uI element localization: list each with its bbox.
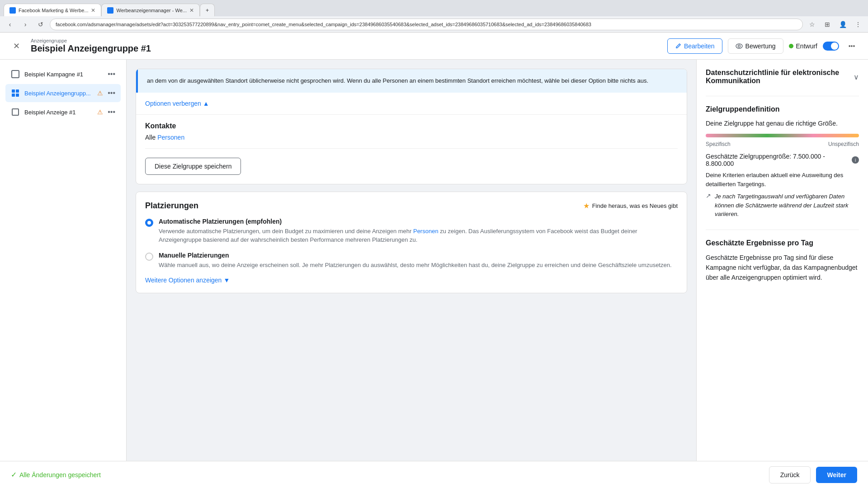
info-text: an dem von dir ausgewählten Standort übl… <box>147 76 678 85</box>
address-bar[interactable]: facebook.com/adsmanager/manage/adsets/ed… <box>50 19 803 30</box>
targeting-note-italic: Je nach Targetingauswahl und verfügbaren… <box>715 192 859 219</box>
campaign-icon <box>11 70 20 79</box>
top-header: ✕ Anzeigengruppe Beispiel Anzeigengruppe… <box>0 33 868 60</box>
platzierungen-title: Platzierungen <box>145 201 583 211</box>
audience-size-info: Geschätzte Zielgruppengröße: 7.500.000 -… <box>706 153 859 167</box>
scale-label-unspecific: Unspezifisch <box>828 141 859 147</box>
personen-link-2[interactable]: Personen <box>413 228 439 235</box>
sidebar-item-ad-label: Beispiel Anzeige #1 <box>24 109 93 116</box>
zielgruppe-section: Zielgruppendefinition Deine Zielgruppe h… <box>706 105 859 219</box>
discover-link-text: Finde heraus, was es Neues gibt <box>592 202 678 209</box>
tab-title-2: Werbeanzeigenmanager - We... <box>116 8 187 13</box>
kontakte-text: Alle Personen <box>145 134 678 141</box>
profile-button[interactable]: 👤 <box>836 18 849 31</box>
discover-link[interactable]: ★ Finde heraus, was es Neues gibt <box>583 202 678 210</box>
sidebar-ad-more[interactable]: ••• <box>108 108 115 116</box>
audience-size-text: Geschätzte Zielgruppengröße: 7.500.000 -… <box>706 153 850 167</box>
scale-labels: Spezifisch Unspezifisch <box>706 141 859 147</box>
chevron-down-icon: ▼ <box>223 277 230 284</box>
divider-right-2 <box>706 230 859 230</box>
eye-icon <box>736 43 743 49</box>
toggle-switch[interactable] <box>823 42 839 51</box>
manual-placement-content: Manuelle Platzierungen Wähle manuell aus… <box>159 252 672 270</box>
main-content: Beispiel Kampagne #1 ••• Beispiel Anzeig… <box>0 60 868 461</box>
svg-point-0 <box>736 44 742 48</box>
sidebar-item-campaign[interactable]: Beispiel Kampagne #1 ••• <box>5 65 121 83</box>
bottom-bar: ✓ Alle Änderungen gespeichert Zurück Wei… <box>0 461 868 488</box>
checkmark-icon: ✓ <box>11 470 17 479</box>
kontakte-title: Kontakte <box>145 122 678 130</box>
saved-indicator: ✓ Alle Änderungen gespeichert <box>11 470 101 479</box>
status-entwurf: Entwurf <box>789 42 817 50</box>
active-tab[interactable]: Facebook Marketing & Werbe... ✕ <box>4 4 101 16</box>
options-toggle-link[interactable]: Optionen verbergen ▲ <box>145 100 678 107</box>
manual-placement-desc: Wähle manuell aus, wo deine Anzeige ersc… <box>159 261 672 270</box>
audience-scale-bar <box>706 134 859 137</box>
zielgruppe-title: Zielgruppendefinition <box>706 105 780 113</box>
ad-icon <box>11 108 20 117</box>
save-audience-button[interactable]: Diese Zielgruppe speichern <box>145 158 241 175</box>
reload-button[interactable]: ↺ <box>34 18 47 31</box>
auto-placement-option[interactable]: Automatische Platzierungen (empfohlen) V… <box>145 218 678 244</box>
tab-title-1: Facebook Marketing & Werbe... <box>19 8 88 13</box>
back-button[interactable]: ‹ <box>4 18 16 31</box>
options-toggle-section: Optionen verbergen ▲ <box>136 93 687 115</box>
browser-tabs: Facebook Marketing & Werbe... ✕ Werbeanz… <box>0 0 868 16</box>
status-dot <box>789 44 793 48</box>
platzierungen-card: Platzierungen ★ Finde heraus, was es Neu… <box>136 192 687 294</box>
platzierungen-header: Platzierungen ★ Finde heraus, was es Neu… <box>145 201 678 211</box>
save-section: Diese Zielgruppe speichern <box>136 149 687 184</box>
new-tab-button[interactable]: + <box>200 4 215 16</box>
info-card: an dem von dir ausgewählten Standort übl… <box>136 69 687 184</box>
edit-icon <box>675 43 681 49</box>
ad-warning-icon: ⚠ <box>97 108 103 116</box>
manual-placement-title: Manuelle Platzierungen <box>159 252 672 259</box>
sidebar-item-ad[interactable]: Beispiel Anzeige #1 ⚠ ••• <box>5 103 121 121</box>
personen-link[interactable]: Personen <box>157 134 184 141</box>
sidebar-campaign-more[interactable]: ••• <box>108 70 115 78</box>
tab-close-2[interactable]: ✕ <box>189 7 194 14</box>
bearbeiten-button[interactable]: Bearbeiten <box>667 38 722 54</box>
more-options-button[interactable]: ••• <box>844 39 859 53</box>
manual-placement-option[interactable]: Manuelle Platzierungen Wähle manuell aus… <box>145 252 678 270</box>
tab-favicon-2 <box>107 7 113 14</box>
audience-size-info-icon[interactable]: i <box>852 156 859 164</box>
scale-label-specific: Spezifisch <box>706 141 731 147</box>
header-subtitle: Anzeigengruppe <box>31 38 151 43</box>
manual-placement-radio[interactable] <box>145 253 153 261</box>
header-actions: Bearbeiten Bewertung Entwurf ••• <box>667 38 859 54</box>
auto-placement-radio[interactable] <box>145 219 153 227</box>
auto-placement-content: Automatische Platzierungen (empfohlen) V… <box>159 218 678 244</box>
zielgruppe-header: Zielgruppendefinition <box>706 105 859 113</box>
close-button[interactable]: ✕ <box>9 39 24 53</box>
datenschutz-section: Datenschutzrichtlinie für elektronische … <box>706 69 859 85</box>
extensions-button[interactable]: ⊞ <box>821 18 834 31</box>
sidebar-item-adgroup[interactable]: Beispiel Anzeigengrupp... ⚠ ••• <box>5 84 121 102</box>
zurueck-button[interactable]: Zurück <box>769 466 811 483</box>
menu-button[interactable]: ⋮ <box>852 18 864 31</box>
adgroup-warning-icon: ⚠ <box>97 89 103 97</box>
star-icon: ★ <box>583 202 590 210</box>
forward-button[interactable]: › <box>19 18 32 31</box>
svg-point-1 <box>738 45 740 47</box>
datenschutz-expand[interactable]: ∨ <box>854 73 859 81</box>
auto-placement-desc: Verwende automatische Platzierungen, um … <box>159 227 678 244</box>
address-text: facebook.com/adsmanager/manage/adsets/ed… <box>56 22 591 27</box>
header-title: Beispiel Anzeigengruppe #1 <box>31 43 151 54</box>
weiter-button[interactable]: Weiter <box>816 467 857 483</box>
adgroup-icon <box>11 89 20 98</box>
geschaetzte-section: Geschätzte Ergebnisse pro Tag Geschätzte… <box>706 239 859 283</box>
bewertung-button[interactable]: Bewertung <box>728 38 783 54</box>
auto-placement-title: Automatische Platzierungen (empfohlen) <box>159 218 678 225</box>
center-content: an dem von dir ausgewählten Standort übl… <box>127 60 696 461</box>
sidebar: Beispiel Kampagne #1 ••• Beispiel Anzeig… <box>0 60 127 461</box>
datenschutz-header: Datenschutzrichtlinie für elektronische … <box>706 69 859 85</box>
weitere-optionen-link[interactable]: Weitere Optionen anzeigen ▼ <box>145 277 678 284</box>
sidebar-adgroup-more[interactable]: ••• <box>108 89 115 97</box>
bookmark-star[interactable]: ☆ <box>806 18 818 31</box>
right-panel: Datenschutzrichtlinie für elektronische … <box>696 60 868 461</box>
geschaetzte-title: Geschätzte Ergebnisse pro Tag <box>706 239 859 247</box>
tab-close-1[interactable]: ✕ <box>91 7 95 14</box>
inactive-tab[interactable]: Werbeanzeigenmanager - We... ✕ <box>101 4 200 16</box>
toggle-thumb <box>831 42 838 50</box>
